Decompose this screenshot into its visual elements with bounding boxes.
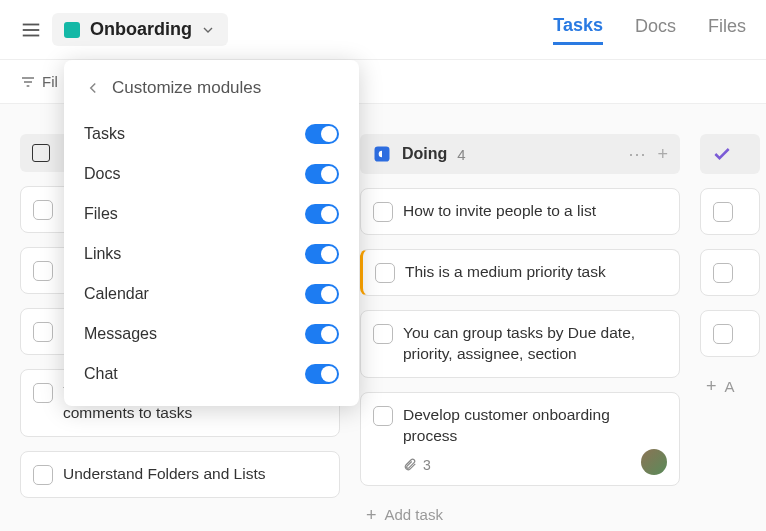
back-icon[interactable] (84, 79, 102, 97)
task-card[interactable]: You can group tasks by Due date, priorit… (360, 310, 680, 378)
module-item-calendar: Calendar (84, 274, 339, 314)
task-title: This is a medium priority task (405, 262, 606, 283)
column-next: + A (700, 134, 760, 501)
task-card[interactable]: How to invite people to a list (360, 188, 680, 235)
module-label: Tasks (84, 125, 125, 143)
task-card[interactable] (700, 310, 760, 357)
task-title: How to invite people to a list (403, 201, 596, 222)
filter-label[interactable]: Fil (42, 73, 58, 90)
customize-modules-dropdown: Customize modules Tasks Docs Files Links… (64, 60, 359, 406)
module-item-tasks: Tasks (84, 114, 339, 154)
column-header[interactable]: Doing 4 ⋯ + (360, 134, 680, 174)
task-checkbox[interactable] (375, 263, 395, 283)
module-toggle[interactable] (305, 324, 339, 344)
column-doing: Doing 4 ⋯ + How to invite people to a li… (360, 134, 680, 501)
assignee-avatar[interactable] (641, 449, 667, 475)
task-checkbox[interactable] (373, 406, 393, 426)
column-title: Doing (402, 145, 447, 163)
module-item-chat: Chat (84, 354, 339, 394)
task-checkbox[interactable] (713, 202, 733, 222)
task-card[interactable] (700, 188, 760, 235)
module-toggle[interactable] (305, 284, 339, 304)
module-label: Calendar (84, 285, 149, 303)
tab-docs[interactable]: Docs (635, 16, 676, 43)
add-task-button[interactable]: + A (700, 371, 760, 401)
topbar: Onboarding Tasks Docs Files (0, 0, 766, 60)
task-title: Develop customer onboarding process (403, 406, 610, 444)
task-checkbox[interactable] (373, 324, 393, 344)
attachment-count: 3 (423, 457, 431, 473)
add-task-label: Add task (385, 506, 443, 523)
column-more-icon[interactable]: ⋯ (628, 145, 647, 163)
task-checkbox[interactable] (373, 202, 393, 222)
workspace-color-swatch (64, 22, 80, 38)
square-icon (32, 144, 50, 162)
task-title: Understand Folders and Lists (63, 464, 265, 485)
menu-icon[interactable] (20, 19, 42, 41)
task-card[interactable]: Understand Folders and Lists (20, 451, 340, 498)
check-icon (712, 144, 732, 164)
task-checkbox[interactable] (713, 324, 733, 344)
tab-tasks[interactable]: Tasks (553, 15, 603, 45)
add-task-label: A (725, 378, 735, 395)
module-toggle[interactable] (305, 364, 339, 384)
plus-icon: + (366, 506, 377, 524)
task-checkbox[interactable] (33, 200, 53, 220)
module-item-files: Files (84, 194, 339, 234)
module-toggle[interactable] (305, 164, 339, 184)
filter-icon[interactable] (20, 74, 36, 90)
column-add-icon[interactable]: + (657, 145, 668, 163)
module-toggle[interactable] (305, 204, 339, 224)
task-checkbox[interactable] (33, 261, 53, 281)
top-tabs: Tasks Docs Files (553, 15, 746, 45)
add-task-button[interactable]: + Add task (360, 500, 680, 530)
workspace-selector[interactable]: Onboarding (52, 13, 228, 46)
task-title: You can group tasks by Due date, priorit… (403, 323, 667, 365)
workspace-title: Onboarding (90, 19, 192, 40)
dropdown-title: Customize modules (112, 78, 261, 98)
task-card[interactable]: Develop customer onboarding process 3 (360, 392, 680, 486)
attachment-icon (403, 458, 417, 472)
module-label: Files (84, 205, 118, 223)
task-card[interactable] (700, 249, 760, 296)
column-icon (372, 144, 392, 164)
column-count: 4 (457, 146, 465, 163)
module-toggle[interactable] (305, 124, 339, 144)
task-checkbox[interactable] (33, 322, 53, 342)
module-item-links: Links (84, 234, 339, 274)
module-label: Links (84, 245, 121, 263)
module-item-messages: Messages (84, 314, 339, 354)
module-item-docs: Docs (84, 154, 339, 194)
chevron-down-icon (200, 22, 216, 38)
task-checkbox[interactable] (33, 465, 53, 485)
column-header[interactable] (700, 134, 760, 174)
plus-icon: + (706, 377, 717, 395)
module-toggle[interactable] (305, 244, 339, 264)
module-label: Chat (84, 365, 118, 383)
tab-files[interactable]: Files (708, 16, 746, 43)
module-list: Tasks Docs Files Links Calendar Messages… (64, 104, 359, 394)
module-label: Messages (84, 325, 157, 343)
task-checkbox[interactable] (713, 263, 733, 283)
module-label: Docs (84, 165, 120, 183)
task-card[interactable]: This is a medium priority task (360, 249, 680, 296)
task-checkbox[interactable] (33, 383, 53, 403)
